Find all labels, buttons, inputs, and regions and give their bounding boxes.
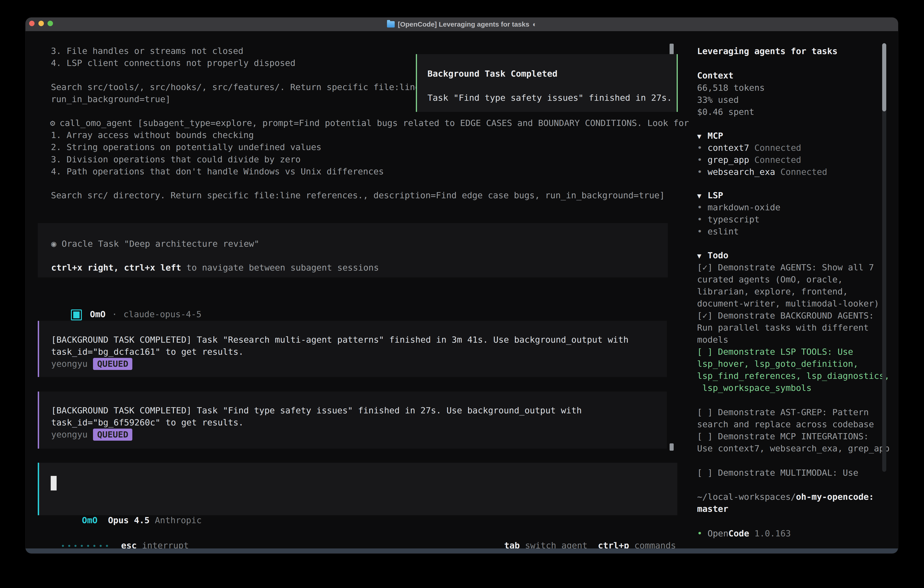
- tool-call-item: 1. Array access without bounds checking: [51, 129, 254, 141]
- status-dot-icon: •: [697, 527, 708, 540]
- agent-name: OmO: [90, 309, 106, 319]
- author: yeongyu: [51, 429, 87, 439]
- moon-icon: ◐: [533, 20, 536, 28]
- context-used: 33% used: [697, 94, 739, 106]
- todo-line: [✓] Demonstrate AGENTS: Show all 7: [697, 261, 874, 274]
- minimize-button[interactable]: [38, 21, 44, 26]
- context-spent: $0.46 spent: [697, 106, 754, 118]
- todo-line: [ ] Demonstrate AST-GREP: Pattern: [697, 406, 869, 418]
- todo-line: Use context7, websearch_exa, grep_app: [697, 443, 889, 454]
- separator-dot: ·: [112, 309, 117, 319]
- lsp-item: •eslint: [697, 226, 739, 238]
- bullet-icon: •: [697, 154, 708, 166]
- bullet-icon: •: [697, 226, 708, 238]
- todo-line: [ ] Demonstrate MCP INTEGRATIONS:: [697, 430, 869, 443]
- todo-line: librarian, explore, frontend,: [697, 286, 848, 297]
- model-name: Opus 4.5: [108, 515, 150, 525]
- context-tokens: 66,518 tokens: [697, 82, 765, 94]
- status-badge: QUEUED: [93, 358, 132, 370]
- prompt-input[interactable]: OmOOpus 4.5Anthropic: [38, 463, 677, 515]
- tool-call-line: ⚙call_omo_agent [subagent_type=explore, …: [50, 117, 689, 129]
- folder-icon: [387, 21, 395, 28]
- todo-line: search and replace across codebase: [697, 418, 874, 430]
- tool-call-item: 3. Division operations that could divide…: [51, 154, 300, 165]
- workspace-path: ~/local-workspaces/oh-my-opencode:: [697, 491, 874, 503]
- gear-icon: ⚙: [50, 117, 59, 129]
- tool-call-item: 4. Path operations that don't handle Win…: [51, 165, 384, 178]
- task-message: [BACKGROUND TASK COMPLETED] Task "Find t…: [38, 391, 667, 449]
- sidebar-session-title: Leveraging agents for tasks: [697, 45, 838, 57]
- chevron-down-icon: ▼: [697, 190, 708, 202]
- transcript-line: run_in_background=true]: [51, 93, 170, 105]
- background-task-toast: Background Task Completed Task "Find typ…: [416, 54, 678, 112]
- window-bottom-edge: [25, 548, 898, 553]
- todo-line-active: lsp_find_references, lsp_diagnostics,: [697, 370, 889, 382]
- task-message-line: [BACKGROUND TASK COMPLETED] Task "Resear…: [51, 334, 629, 346]
- mcp-item: •websearch_exaConnected: [697, 166, 827, 178]
- agent-icon: [71, 309, 82, 320]
- tool-call-item: 2. String operations on potentially unde…: [51, 141, 322, 153]
- screen: { "titlebar": { "title": "[OpenCode] Lev…: [0, 0, 924, 588]
- bullet-icon: •: [697, 213, 708, 226]
- bullet-icon: •: [697, 142, 708, 154]
- provider-name: Anthropic: [155, 515, 202, 525]
- sidebar-section-lsp[interactable]: ▼LSP: [697, 189, 723, 202]
- main-scrollbar-thumb-top[interactable]: [670, 44, 674, 55]
- window-title: [OpenCode] Leveraging agents for tasks: [398, 20, 529, 28]
- mcp-item: •context7Connected: [697, 142, 801, 154]
- transcript-line: Search src/tools/, src/hooks/, src/featu…: [51, 81, 420, 93]
- chevron-down-icon: ▼: [697, 130, 708, 142]
- mcp-item: •grep_appConnected: [697, 154, 801, 166]
- toast-body: Task "Find type safety issues" finished …: [427, 92, 672, 104]
- agent-model: claude-opus-4-5: [124, 309, 201, 319]
- close-button[interactable]: [29, 21, 35, 26]
- sidebar-context-heading: Context: [697, 69, 733, 82]
- agent-name: OmO: [82, 515, 97, 525]
- window-title-group: [OpenCode] Leveraging agents for tasks ◐: [387, 20, 537, 28]
- oracle-task-box[interactable]: ◉Oracle Task "Deep architecture review" …: [38, 223, 668, 277]
- todo-line: [✓] Demonstrate BACKGROUND AGENTS:: [697, 310, 874, 322]
- tool-call-tail: Search src/ directory. Return specific f…: [51, 189, 665, 202]
- text-cursor: [51, 476, 57, 491]
- opencode-window: [OpenCode] Leveraging agents for tasks ◐…: [25, 18, 898, 553]
- todo-line-active: lsp_workspace_symbols: [697, 382, 812, 394]
- oracle-hint: ctrl+x right, ctrl+x left to navigate be…: [51, 262, 379, 274]
- task-message-meta: yeongyuQUEUED: [51, 429, 132, 441]
- workspace-branch: master: [697, 503, 728, 515]
- author: yeongyu: [51, 359, 87, 369]
- todo-line: curated agents (OmO, oracle,: [697, 274, 843, 286]
- lsp-item: •markdown-oxide: [697, 202, 780, 213]
- status-badge: QUEUED: [93, 429, 132, 441]
- toast-title: Background Task Completed: [427, 68, 558, 80]
- todo-line-active: lsp_hover, lsp_goto_definition,: [697, 358, 858, 370]
- record-icon: ◉: [51, 238, 62, 250]
- sidebar-section-todo[interactable]: ▼Todo: [697, 249, 728, 262]
- todo-line: models: [697, 334, 728, 346]
- version-line: •OpenCode1.0.163: [697, 527, 791, 540]
- sidebar-section-mcp[interactable]: ▼MCP: [697, 130, 723, 142]
- task-message-meta: yeongyuQUEUED: [51, 358, 132, 370]
- titlebar: [OpenCode] Leveraging agents for tasks ◐: [25, 18, 898, 31]
- transcript-line: 3. File handles or streams not closed: [51, 45, 243, 57]
- zoom-button[interactable]: [48, 21, 53, 26]
- bullet-icon: •: [697, 166, 708, 178]
- main-scrollbar-thumb-bottom[interactable]: [670, 443, 674, 451]
- task-message: [BACKGROUND TASK COMPLETED] Task "Resear…: [38, 321, 667, 377]
- todo-line: Run parallel tasks with different: [697, 322, 869, 334]
- todo-line: document-writer, multimodal-looker): [697, 297, 879, 310]
- sidebar-scrollbar-thumb[interactable]: [882, 43, 886, 111]
- chevron-down-icon: ▼: [697, 250, 708, 262]
- lsp-item: •typescript: [697, 213, 760, 226]
- transcript-line: 4. LSP client connections not properly d…: [51, 57, 295, 69]
- todo-line-active: [ ] Demonstrate LSP TOOLS: Use: [697, 346, 853, 358]
- task-message-line: task_id="bg_6f59260c" to get results.: [51, 416, 244, 429]
- task-message-line: [BACKGROUND TASK COMPLETED] Task "Find t…: [51, 405, 582, 416]
- oracle-task-title: ◉Oracle Task "Deep architecture review": [51, 238, 259, 250]
- todo-line: [ ] Demonstrate MULTIMODAL: Use: [697, 467, 858, 479]
- task-message-line: task_id="bg_dcfac161" to get results.: [51, 346, 244, 358]
- bullet-icon: •: [697, 202, 708, 213]
